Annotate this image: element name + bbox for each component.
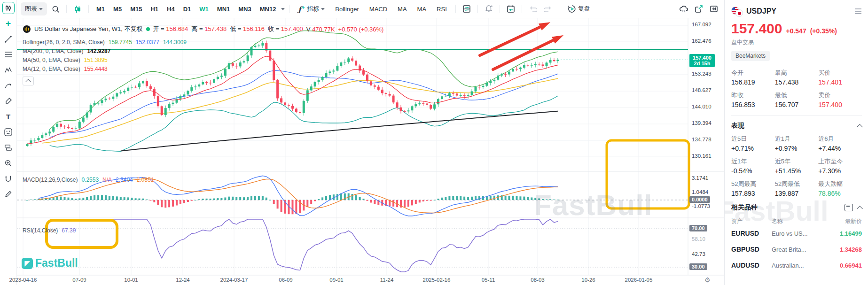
- performance-grid: 近5日+0.71% 近1月+0.97% 近6月+7.44% 近1年-0.54% …: [731, 135, 862, 197]
- sidebar-menu-icon[interactable]: [854, 8, 862, 15]
- divider: [66, 5, 67, 13]
- sidebar-price: 157.400: [731, 21, 782, 37]
- chart-column: 图表 M1 M5 M15 H1 H4 D1 W1 MN1 MN3 MN12 ƒ+…: [17, 0, 724, 285]
- chevron-up-icon[interactable]: [857, 124, 863, 130]
- divider: [522, 5, 522, 13]
- add-icon[interactable]: +: [2, 17, 15, 30]
- list-icon[interactable]: [845, 204, 853, 211]
- share-icon[interactable]: [692, 2, 705, 15]
- timeframe-mn12[interactable]: MN12: [257, 3, 280, 15]
- timeframe-mn1[interactable]: MN1: [214, 3, 233, 15]
- chart-canvas[interactable]: [17, 18, 724, 285]
- quote-stats-grid: 今开156.819 最高157.438 买价157.401 昨收156.853 …: [731, 69, 862, 108]
- replay-icon: [568, 5, 576, 13]
- related-row-audusd[interactable]: AUDUSD Australian... 0.66941: [731, 257, 862, 273]
- divider: [500, 5, 500, 13]
- chevron-down-icon: [321, 8, 325, 10]
- timeframe-d1[interactable]: D1: [180, 3, 195, 15]
- divider: [289, 5, 289, 13]
- divider: [477, 5, 478, 13]
- zoom-in-icon[interactable]: [2, 157, 15, 169]
- chevron-down-icon: [39, 8, 43, 10]
- ask-stat: 157.400: [818, 101, 862, 108]
- chevron-up-icon[interactable]: [857, 206, 863, 212]
- timeframe-m1[interactable]: M1: [93, 3, 108, 15]
- chart-type-icon[interactable]: [2, 2, 15, 14]
- performance-title: 表现: [731, 122, 858, 130]
- chevron-down-icon[interactable]: [281, 8, 285, 10]
- app-root: + T 图表 M1 M5 M15 H1 H4 D1 W1 MN1 MN3: [0, 0, 868, 285]
- divider: [455, 5, 456, 13]
- related-row-gbpusd[interactable]: GBPUSD Great Brita... 1.34268: [731, 241, 862, 257]
- related-row-eurusd[interactable]: EURUSD Euro vs US... 1.16499: [731, 225, 862, 241]
- pencil-icon[interactable]: [2, 188, 15, 200]
- economic-calendar-icon[interactable]: [504, 2, 517, 15]
- search-icon[interactable]: [49, 2, 62, 15]
- open-stat: 156.819: [731, 78, 775, 86]
- prev-close-stat: 156.853: [731, 101, 775, 108]
- timeframe-w1[interactable]: W1: [196, 3, 212, 15]
- drawing-tool-rail: + T: [0, 0, 17, 285]
- sidebar-change: +0.547: [786, 27, 806, 35]
- fx-icon: ƒ+: [298, 5, 305, 14]
- fib-retracement-icon[interactable]: [2, 48, 15, 61]
- indicator-ma-button[interactable]: MA: [393, 3, 411, 15]
- divider: [559, 5, 559, 13]
- sidebar-watermark: FastBull: [724, 195, 829, 227]
- indicator-rsi-button[interactable]: RSI: [432, 3, 451, 15]
- divider: [88, 5, 89, 13]
- projection-icon[interactable]: [2, 79, 15, 92]
- timeframe-m15[interactable]: M15: [127, 3, 145, 15]
- timeframe-m5[interactable]: M5: [110, 3, 125, 15]
- settings-gear-icon[interactable]: ⚙: [704, 276, 711, 284]
- indicator-ma2-button[interactable]: MA: [413, 3, 431, 15]
- chart-body: US Dollar vs Japanese Yen, W1, 不复权 开 = 1…: [17, 18, 724, 285]
- brush-icon[interactable]: [2, 95, 15, 107]
- candlestick-style-icon[interactable]: [71, 2, 84, 15]
- session-status: 盘中交易: [731, 39, 862, 46]
- chart-menu-button[interactable]: 图表: [21, 2, 47, 15]
- performance-section-header: 表现: [731, 122, 862, 130]
- trendline-icon[interactable]: [2, 33, 15, 45]
- text-icon[interactable]: T: [2, 110, 15, 123]
- high-stat: 157.438: [775, 78, 819, 86]
- low-stat: 156.707: [775, 101, 819, 108]
- multi-chart-layout-icon[interactable]: [460, 2, 473, 15]
- emoji-icon[interactable]: [2, 126, 15, 138]
- sidebar-symbol: USDJPY: [746, 7, 851, 15]
- legend-collapse-button[interactable]: [23, 77, 34, 85]
- cloud-sync-icon[interactable]: [677, 2, 690, 15]
- quote-sidebar: FastBull USDJPY 157.400 +0.547 (+0.35%) …: [724, 0, 868, 285]
- undo-icon[interactable]: [526, 2, 540, 15]
- timeframe-h1[interactable]: H1: [147, 3, 162, 15]
- usdjpy-flag-icon: [731, 7, 743, 16]
- redo-icon[interactable]: [541, 2, 555, 15]
- collapse-panel-icon[interactable]: [707, 2, 720, 15]
- timeframe-h4[interactable]: H4: [164, 3, 178, 15]
- indicators-button[interactable]: ƒ+指标: [294, 2, 329, 16]
- broker-tag[interactable]: BeeMarkets: [731, 51, 770, 61]
- timeframe-mn3[interactable]: MN3: [235, 3, 254, 15]
- chevron-up-icon: [25, 79, 31, 84]
- replay-button[interactable]: 复盘: [563, 2, 594, 15]
- alert-bell-icon[interactable]: [482, 2, 495, 15]
- chart-toolbar: 图表 M1 M5 M15 H1 H4 D1 W1 MN1 MN3 MN12 ƒ+…: [17, 0, 724, 18]
- pattern-icon[interactable]: [2, 64, 15, 76]
- bid-stat: 157.401: [818, 78, 862, 86]
- indicator-macd-button[interactable]: MACD: [365, 3, 391, 15]
- measure-icon[interactable]: [2, 141, 15, 154]
- indicator-bollinger-button[interactable]: Bollinger: [331, 3, 363, 15]
- magnet-icon[interactable]: [2, 172, 15, 185]
- sidebar-change-pct: (+0.35%): [810, 27, 837, 35]
